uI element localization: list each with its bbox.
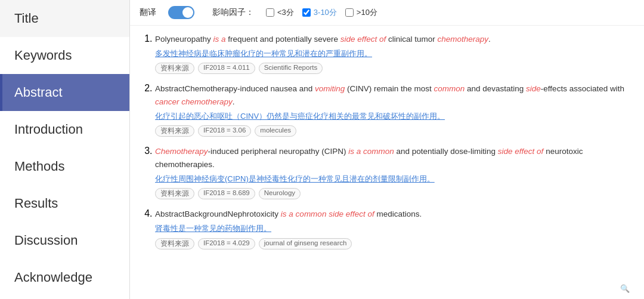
watermark: 🔍	[620, 284, 632, 293]
toggle-knob	[182, 7, 193, 18]
list-item[interactable]: IF2018 = 4.011	[198, 63, 255, 74]
list-item[interactable]: Scientific Reports	[259, 63, 323, 74]
sidebar-item-keywords[interactable]: Keywords	[0, 37, 129, 74]
filter-group: <3分 3-10分 >10分	[266, 7, 377, 18]
list-item[interactable]: 资料来源	[155, 238, 194, 249]
list-item[interactable]: journal of ginseng research	[259, 238, 352, 249]
list-item[interactable]: Neurology	[259, 188, 301, 199]
watermark-icon: 🔍	[620, 284, 630, 293]
sidebar-item-discussion[interactable]: Discussion	[0, 222, 129, 259]
content-area: Polyneuropathy is a frequent and potenti…	[130, 26, 644, 299]
filter-lt3-label: <3分	[277, 7, 294, 18]
entry-list: Polyneuropathy is a frequent and potenti…	[142, 33, 632, 249]
entry-en-3: Chemotherapy-induced peripheral neuropat…	[155, 145, 632, 171]
filter-3-10[interactable]: 3-10分	[302, 7, 337, 18]
table-row: AbstractBackgroundNephrotoxicity is a co…	[155, 208, 632, 249]
entry-en-1: Polyneuropathy is a frequent and potenti…	[155, 33, 632, 46]
sidebar-item-title[interactable]: Title	[0, 0, 129, 37]
table-row: AbstractChemotherapy-induced nausea and …	[155, 82, 632, 137]
sidebar-item-results[interactable]: Results	[0, 185, 129, 222]
list-item[interactable]: IF2018 = 8.689	[198, 188, 255, 199]
main-content: 翻译 影响因子： <3分 3-10分 >10分 Polyneuropathy i…	[130, 0, 644, 299]
sidebar-item-introduction[interactable]: Introduction	[0, 111, 129, 148]
sidebar: TitleKeywordsAbstractIntroductionMethods…	[0, 0, 130, 299]
list-item[interactable]: 资料来源	[155, 125, 194, 137]
list-item[interactable]: molecules	[255, 125, 296, 137]
table-row: Polyneuropathy is a frequent and potenti…	[155, 33, 632, 74]
filter-gt10[interactable]: >10分	[345, 7, 377, 18]
list-item[interactable]: IF2018 = 3.06	[198, 125, 251, 137]
list-item[interactable]: 资料来源	[155, 63, 194, 74]
entry-en-4: AbstractBackgroundNephrotoxicity is a co…	[155, 208, 632, 221]
entry-tags-2: 资料来源IF2018 = 3.06molecules	[155, 125, 632, 137]
entry-tags-3: 资料来源IF2018 = 8.689Neurology	[155, 188, 632, 199]
entry-zh-3: 化疗性周围神经病变(CIPN)是神经毒性化疗的一种常见且潜在的剂量限制副作用。	[155, 173, 632, 186]
list-item[interactable]: IF2018 = 4.029	[198, 238, 255, 249]
entry-tags-4: 资料来源IF2018 = 4.029journal of ginseng res…	[155, 238, 632, 249]
translate-label: 翻译	[140, 7, 156, 18]
entry-en-2: AbstractChemotherapy-induced nausea and …	[155, 82, 632, 108]
filter-gt10-label: >10分	[357, 7, 377, 18]
filter-3-10-checkbox[interactable]	[302, 8, 311, 17]
list-item[interactable]: 资料来源	[155, 188, 194, 199]
sidebar-item-acknowledge[interactable]: Acknowledge	[0, 259, 129, 296]
sidebar-item-methods[interactable]: Methods	[0, 148, 129, 185]
entry-tags-1: 资料来源IF2018 = 4.011Scientific Reports	[155, 63, 632, 74]
toolbar: 翻译 影响因子： <3分 3-10分 >10分	[130, 0, 644, 26]
factor-label: 影响因子：	[212, 7, 254, 18]
entry-zh-1: 多发性神经病是临床肿瘤化疗的一种常见和潜在的严重副作用。	[155, 48, 632, 60]
filter-gt10-checkbox[interactable]	[345, 8, 354, 17]
entry-zh-2: 化疗引起的恶心和呕吐（CINV）仍然是与癌症化疗相关的最常见和破坏性的副作用。	[155, 110, 632, 123]
sidebar-item-abstract[interactable]: Abstract	[0, 74, 129, 111]
filter-lt3[interactable]: <3分	[266, 7, 294, 18]
filter-3-10-label: 3-10分	[314, 7, 337, 18]
filter-lt3-checkbox[interactable]	[266, 8, 274, 17]
translate-toggle[interactable]	[168, 6, 194, 19]
entry-zh-4: 肾毒性是一种常见的药物副作用。	[155, 223, 632, 235]
table-row: Chemotherapy-induced peripheral neuropat…	[155, 145, 632, 199]
